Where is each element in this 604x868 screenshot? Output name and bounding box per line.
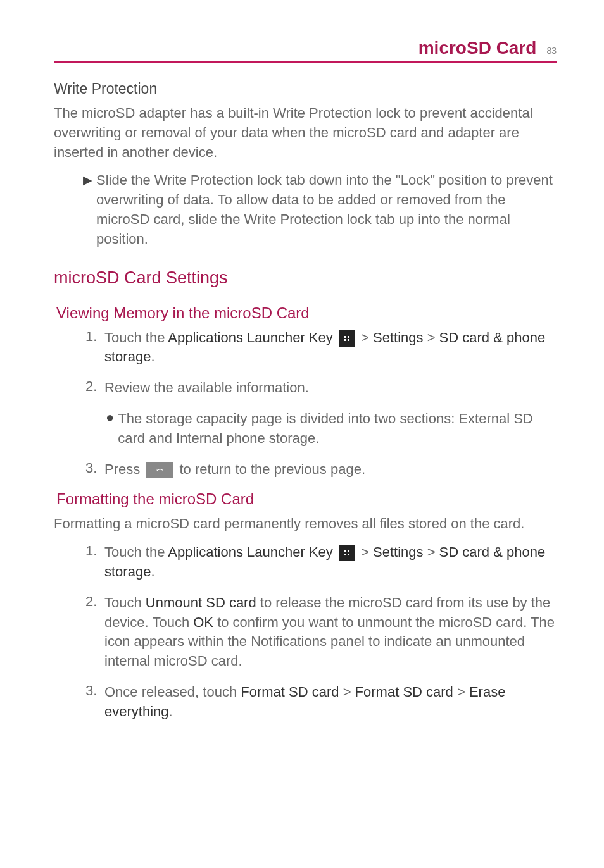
formatting-step-3: 3. Once released, touch Format SD card >… bbox=[85, 683, 557, 722]
step-text: Touch Unmount SD card to release the mic… bbox=[104, 593, 557, 671]
viewing-step-1: 1. Touch the Applications Launcher Key >… bbox=[85, 328, 557, 368]
step-text: Press ⤺ to return to the previous page. bbox=[104, 460, 557, 480]
viewing-sub-bullet: ● The storage capacity page is divided i… bbox=[106, 409, 557, 449]
step-number: 2. bbox=[85, 593, 99, 671]
step-number: 2. bbox=[85, 378, 99, 398]
back-button-icon: ⤺ bbox=[146, 462, 173, 478]
step-number: 3. bbox=[85, 460, 99, 480]
step-text: Once released, touch Format SD card > Fo… bbox=[104, 683, 557, 722]
section-title: microSD Card Settings bbox=[54, 268, 557, 288]
step-text: Review the available information. bbox=[104, 378, 557, 398]
dot-bullet-icon: ● bbox=[106, 409, 114, 449]
step-number: 3. bbox=[85, 683, 99, 722]
viewing-step-3: 3. Press ⤺ to return to the previous pag… bbox=[85, 460, 557, 480]
bullet-text: Slide the Write Protection lock tab down… bbox=[96, 171, 557, 249]
formatting-body: Formatting a microSD card permanently re… bbox=[54, 514, 557, 534]
page-number: 83 bbox=[546, 46, 557, 56]
formatting-step-1: 1. Touch the Applications Launcher Key >… bbox=[85, 543, 557, 582]
formatting-subsection-title: Formatting the microSD Card bbox=[56, 490, 557, 508]
viewing-subsection-title: Viewing Memory in the microSD Card bbox=[56, 304, 557, 322]
sub-bullet-text: The storage capacity page is divided int… bbox=[118, 409, 557, 449]
write-protection-body: The microSD adapter has a built-in Write… bbox=[54, 104, 557, 162]
formatting-step-2: 2. Touch Unmount SD card to release the … bbox=[85, 593, 557, 671]
write-protection-heading: Write Protection bbox=[54, 80, 557, 97]
page-header: microSD Card 83 bbox=[54, 38, 557, 63]
step-number: 1. bbox=[85, 543, 99, 582]
write-protection-bullet: ▶ Slide the Write Protection lock tab do… bbox=[83, 171, 557, 249]
app-launcher-icon bbox=[339, 545, 355, 561]
step-text: Touch the Applications Launcher Key > Se… bbox=[104, 543, 557, 582]
step-text: Touch the Applications Launcher Key > Se… bbox=[104, 328, 557, 368]
triangle-bullet-icon: ▶ bbox=[83, 173, 92, 249]
step-number: 1. bbox=[85, 328, 99, 368]
header-title: microSD Card bbox=[418, 38, 537, 58]
viewing-step-2: 2. Review the available information. bbox=[85, 378, 557, 398]
app-launcher-icon bbox=[339, 330, 355, 347]
